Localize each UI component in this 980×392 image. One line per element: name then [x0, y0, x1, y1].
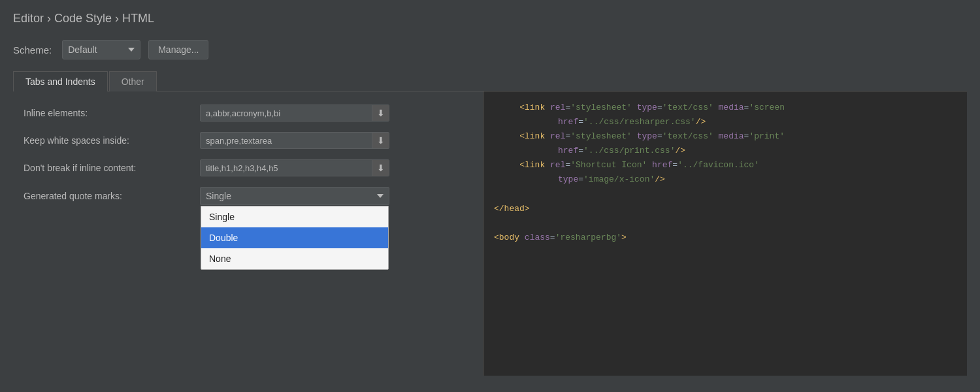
code-line-head: </head> — [494, 202, 956, 216]
left-panel: Inline elements: a,abbr,acronym,b,bi ⬇ K… — [13, 91, 483, 376]
breadcrumb-sep2: › — [112, 12, 122, 25]
browse-icon-2: ⬇ — [377, 135, 385, 146]
quote-marks-dropdown: Single Double None — [201, 206, 389, 270]
manage-button[interactable]: Manage... — [148, 40, 208, 59]
attr-rel: rel — [550, 103, 565, 112]
code-empty-1 — [494, 188, 956, 202]
dont-break-label: Don't break if inline content: — [24, 163, 200, 173]
content-area: Inline elements: a,abbr,acronym,b,bi ⬇ K… — [13, 91, 967, 376]
tab-other[interactable]: Other — [109, 71, 157, 91]
attr-href2: href — [558, 146, 578, 155]
browse-icon: ⬇ — [377, 108, 385, 118]
inline-elements-value: a,abbr,acronym,b,bi — [201, 108, 372, 118]
val-x-icon: 'image/x-icon' — [583, 174, 655, 184]
tag-body: <body — [494, 233, 519, 242]
quote-option-none[interactable]: None — [201, 248, 388, 269]
code-empty-2 — [494, 216, 956, 231]
breadcrumb-editor: Editor — [13, 12, 44, 25]
keep-white-spaces-value: span,pre,textarea — [201, 136, 372, 146]
quote-marks-value: Single — [206, 191, 377, 201]
scheme-dropdown-arrow — [128, 48, 135, 52]
tag-link2: <link — [519, 131, 545, 141]
val-stylesheet: 'stylesheet' — [570, 103, 632, 112]
tabs-row: Tabs and Indents Other — [13, 71, 967, 91]
code-line-4: href='../css/print.css'/> — [494, 144, 956, 158]
dont-break-field[interactable]: title,h1,h2,h3,h4,h5 ⬇ — [200, 159, 389, 176]
val-screen: 'screen — [749, 103, 785, 112]
attr-media: media — [719, 103, 744, 112]
dont-break-row: Don't break if inline content: title,h1,… — [24, 159, 472, 176]
inline-elements-browse-btn[interactable]: ⬇ — [372, 105, 389, 122]
scheme-row: Scheme: Default Manage... — [13, 40, 967, 59]
attr-href: href — [558, 117, 578, 127]
val-href1: '../css/resharper.css' — [583, 117, 696, 127]
browse-icon-3: ⬇ — [377, 163, 385, 173]
attr-rel2: rel — [550, 131, 565, 141]
breadcrumb: Editor › Code Style › HTML — [13, 12, 967, 25]
attr-type3: type — [558, 174, 578, 184]
code-line-1: <link rel='stylesheet' type='text/css' m… — [494, 101, 956, 115]
quote-option-double[interactable]: Double — [201, 227, 388, 248]
val-resharperbg: 'resharperbg' — [555, 233, 621, 242]
tag-link: <link — [519, 103, 545, 112]
tag-head-close: </head> — [494, 204, 530, 214]
val-print: 'print' — [749, 131, 785, 141]
inline-elements-row: Inline elements: a,abbr,acronym,b,bi ⬇ — [24, 105, 472, 122]
attr-rel3: rel — [550, 160, 565, 170]
indent — [494, 103, 519, 112]
val-stylesheet2: 'stylesheet' — [570, 131, 632, 141]
attr-type2: type — [637, 131, 657, 141]
scheme-label: Scheme: — [13, 44, 52, 56]
dont-break-value: title,h1,h2,h3,h4,h5 — [201, 163, 372, 173]
attr-media2: media — [719, 131, 744, 141]
attr-class: class — [525, 233, 550, 242]
keep-white-spaces-field[interactable]: span,pre,textarea ⬇ — [200, 132, 389, 149]
scheme-dropdown[interactable]: Default — [62, 40, 140, 59]
val-shortcut: 'Shortcut Icon' — [570, 160, 647, 170]
code-line-6: type='image/x-icon'/> — [494, 172, 956, 187]
code-preview: <link rel='stylesheet' type='text/css' m… — [483, 91, 967, 376]
dont-break-browse-btn[interactable]: ⬇ — [372, 159, 389, 176]
code-line-3: <link rel='stylesheet' type='text/css' m… — [494, 129, 956, 144]
breadcrumb-sep1: › — [44, 12, 54, 25]
breadcrumb-html: HTML — [122, 12, 154, 25]
tag-link3: <link — [519, 160, 545, 170]
quote-marks-label: Generated quote marks: — [24, 191, 200, 201]
code-line-2: href='../css/resharper.css'/> — [494, 115, 956, 129]
attr-href3: href — [652, 160, 672, 170]
code-line-body: <body class='resharperbg'> — [494, 231, 956, 245]
scheme-value: Default — [68, 44, 123, 55]
code-line-5: <link rel='Shortcut Icon' href='../favic… — [494, 158, 956, 172]
val-favicon: '../favicon.ico' — [678, 160, 759, 170]
quote-option-single[interactable]: Single — [201, 206, 388, 227]
quote-marks-select[interactable]: Single Single Double None — [200, 187, 389, 205]
keep-white-spaces-row: Keep white spaces inside: span,pre,texta… — [24, 132, 472, 149]
keep-white-spaces-browse-btn[interactable]: ⬇ — [372, 132, 389, 149]
tab-tabs-and-indents[interactable]: Tabs and Indents — [13, 71, 108, 91]
main-container: Editor › Code Style › HTML Scheme: Defau… — [0, 0, 980, 392]
quote-marks-arrow — [377, 194, 384, 198]
keep-white-spaces-label: Keep white spaces inside: — [24, 135, 200, 146]
indent2 — [494, 117, 558, 127]
inline-elements-field[interactable]: a,abbr,acronym,b,bi ⬇ — [200, 105, 389, 122]
inline-elements-label: Inline elements: — [24, 108, 200, 118]
val-text-css2: 'text/css' — [662, 131, 713, 141]
val-href2: '../css/print.css' — [583, 146, 675, 155]
quote-marks-row: Generated quote marks: Single Single Dou… — [24, 187, 472, 205]
attr-type: type — [637, 103, 657, 112]
breadcrumb-code-style: Code Style — [54, 12, 112, 25]
val-text-css: 'text/css' — [662, 103, 713, 112]
